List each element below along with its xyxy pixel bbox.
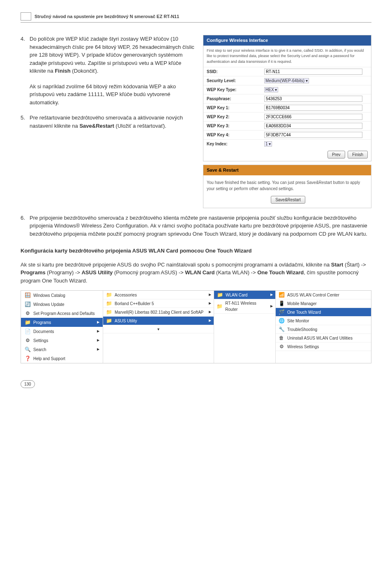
wep-key-3-label: WEP Key 3:: [207, 123, 264, 129]
text-bold: One Touch Wizard: [257, 269, 304, 276]
menu-label: Borland C++Builder 5: [115, 301, 154, 307]
menu-item-wlan-card[interactable]: 📁WLAN Card▶: [214, 291, 275, 299]
menu-item-marvell[interactable]: 📁Marvell(R) Libertas 802.11abg Client an…: [103, 308, 214, 317]
arrow-right-icon: ▶: [97, 329, 99, 334]
text: (Dokončiť).: [71, 68, 99, 74]
menu-label: ASUS WLAN Control Center: [287, 292, 339, 298]
security-level-select[interactable]: Medium(WEP-64bits) ▾: [264, 78, 309, 83]
folder-icon: 📁: [106, 317, 112, 324]
menu-item-mobile-manager[interactable]: 📱Mobile Manager: [276, 299, 371, 308]
menu-label: ASUS Utility: [115, 318, 137, 324]
menu-label: Marvell(R) Libertas 802.11abg Client and…: [115, 309, 203, 315]
programs-icon: 📁: [24, 319, 31, 326]
wep-key-1-label: WEP Key 1:: [207, 105, 264, 111]
wep-key-1-input[interactable]: [264, 105, 362, 111]
step-body: Do políčok pre WEP kľúč zadajte štyri zo…: [30, 35, 195, 75]
app-icon: 📱: [278, 300, 285, 307]
folder-icon: 📁: [106, 309, 112, 315]
folder-icon: 📁: [217, 292, 223, 298]
step-number: 6.: [21, 214, 30, 238]
wep-key-4-input[interactable]: [264, 132, 362, 138]
step-4-note: Ak si napríklad zvolíme 64 bitový režim …: [30, 83, 195, 107]
arrow-right-icon: ▶: [209, 310, 211, 315]
text: (Štart) ->: [343, 262, 366, 268]
documents-icon: 📄: [24, 328, 31, 335]
menu-item-router[interactable]: 📁RT-N11 Wireless Router▶: [214, 299, 275, 314]
select-value: Medium(WEP-64bits): [265, 78, 304, 83]
wizard-icon: 🪄: [278, 309, 285, 315]
menu-label: WLAN Card: [226, 292, 247, 298]
text-bold: ASUS Utility: [81, 269, 113, 276]
menu-item-uninstall[interactable]: 🗑Uninstall ASUS WLAN Card Utilities: [276, 334, 371, 342]
menu-item-windows-update[interactable]: 🔄Windows Update: [21, 300, 103, 309]
step-number: 4.: [21, 35, 30, 75]
catalog-icon: 🪟: [24, 292, 31, 299]
passphrase-input[interactable]: [264, 96, 362, 102]
menu-item-programs[interactable]: 📁Programs▶: [21, 318, 103, 327]
menu-item-accessories[interactable]: 📁Accessories▶: [103, 291, 214, 299]
menu-label: Settings: [33, 338, 48, 344]
panel-title: Configure Wireless Interface: [203, 35, 371, 46]
wep-key-2-label: WEP Key 2:: [207, 114, 264, 120]
page-number-value: 130: [21, 380, 35, 388]
menu-label: TroubleShooting: [287, 326, 317, 333]
save-restart-panel: Save & Restart You have finished the bas…: [203, 165, 371, 208]
text: Ak ste si kartu pre bezdrôtové pripojeni…: [21, 262, 331, 268]
menu-label: Documents: [33, 328, 54, 335]
ssid-label: SSID:: [207, 69, 264, 75]
menu-item-borland[interactable]: 📁Borland C++Builder 5▶: [103, 299, 214, 308]
step-4: 4. Do políčok pre WEP kľúč zadajte štyri…: [21, 35, 195, 75]
wep-key-4-label: WEP Key 4:: [207, 132, 264, 138]
prev-button[interactable]: Prev: [327, 151, 345, 158]
arrow-right-icon: ▶: [209, 301, 211, 306]
logo-icon: [21, 12, 31, 21]
panel-intro: First step to set your wireless interfac…: [203, 46, 371, 67]
text: (Uložiť a reštartovať).: [114, 123, 166, 129]
chevron-down-icon: ▾: [157, 326, 159, 332]
menu-item-asus-utility[interactable]: 📁ASUS Utility▶: [103, 317, 214, 325]
save-restart-button[interactable]: Save&Restart: [271, 196, 305, 204]
start-menu-left-column: 🪟Windows Catalog 🔄Windows Update ⚙Set Pr…: [21, 291, 103, 363]
menu-item-one-touch-wizard[interactable]: 🪄One Touch Wizard: [276, 308, 371, 317]
finish-button[interactable]: Finish: [348, 151, 368, 158]
step-body: Pre reštartovanie bezdrôtového smerovača…: [30, 114, 195, 130]
menu-label: Search: [33, 347, 46, 353]
arrow-right-icon: ▶: [209, 318, 211, 323]
key-index-select[interactable]: 1 ▾: [264, 141, 272, 147]
wep-key-type-select[interactable]: HEX ▾: [264, 87, 278, 92]
menu-item-help[interactable]: ❓Help and Support: [21, 354, 103, 363]
menu-item-settings[interactable]: ⚙Settings▶: [21, 336, 103, 345]
menu-item-program-defaults[interactable]: ⚙Set Program Access and Defaults: [21, 309, 103, 318]
monitor-icon: 🌐: [278, 317, 285, 324]
menu-item-site-monitor[interactable]: 🌐Site Monitor: [276, 317, 371, 325]
folder-icon: 📁: [217, 303, 223, 310]
start-menu-screenshot: 🪟Windows Catalog 🔄Windows Update ⚙Set Pr…: [21, 290, 371, 363]
menu-label: Help and Support: [33, 356, 65, 362]
header-title: Stručný návod na spustenie pre bezdrôtov…: [35, 13, 179, 20]
arrow-right-icon: ▶: [270, 292, 273, 297]
ssid-input[interactable]: [264, 69, 362, 75]
page-number: 130: [21, 380, 371, 388]
step-5: 5. Pre reštartovanie bezdrôtového smerov…: [21, 114, 195, 130]
step-number: 5.: [21, 114, 30, 130]
arrow-right-icon: ▶: [97, 338, 99, 343]
wep-key-3-input[interactable]: [264, 123, 362, 129]
wep-key-2-input[interactable]: [264, 114, 362, 120]
start-menu-wlan-submenu: 📶ASUS WLAN Control Center 📱Mobile Manage…: [276, 291, 371, 363]
menu-item-more[interactable]: ▾: [103, 325, 214, 333]
panel-intro: You have finished the basic setting. You…: [207, 179, 368, 192]
menu-item-documents[interactable]: 📄Documents▶: [21, 327, 103, 336]
menu-item-troubleshooting[interactable]: 🔧TroubleShooting: [276, 325, 371, 334]
menu-item-control-center[interactable]: 📶ASUS WLAN Control Center: [276, 291, 371, 299]
menu-item-wireless-settings[interactable]: ⚙Wireless Settings: [276, 342, 371, 351]
wep-key-type-label: WEP Key Type:: [207, 87, 264, 93]
menu-item-windows-catalog[interactable]: 🪟Windows Catalog: [21, 291, 103, 300]
paragraph: Ak ste si kartu pre bezdrôtové pripojeni…: [21, 261, 371, 285]
text: (Karta WLAN) ->: [214, 269, 257, 276]
menu-item-search[interactable]: 🔍Search▶: [21, 345, 103, 354]
step-6: 6. Pre pripojenie bezdrôtového smerovača…: [21, 214, 371, 238]
menu-label: Accessories: [115, 292, 137, 298]
arrow-right-icon: ▶: [97, 320, 99, 325]
search-icon: 🔍: [24, 346, 31, 353]
menu-label: RT-N11 Wireless Router: [225, 300, 268, 312]
